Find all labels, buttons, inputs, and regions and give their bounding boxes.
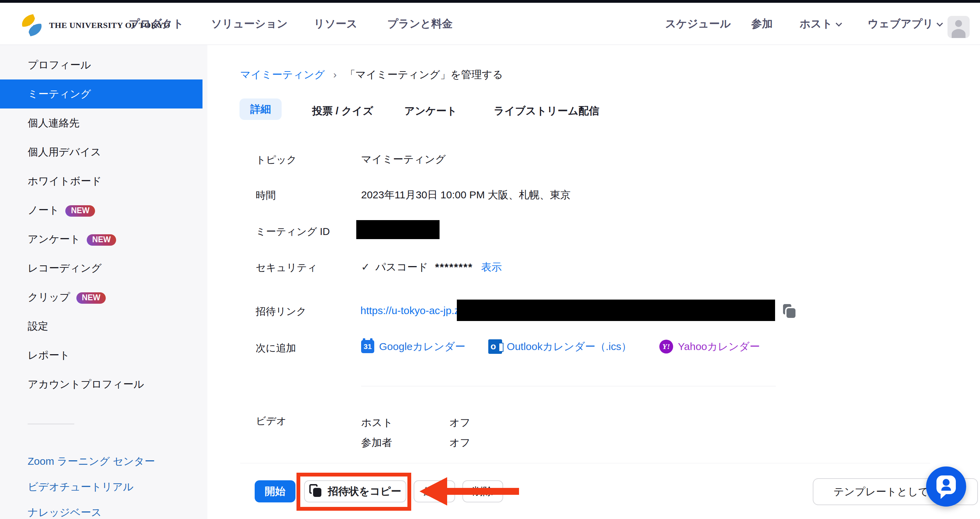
avatar-person-icon <box>955 20 962 27</box>
breadcrumb: マイミーティング › 「マイミーティング」を管理する <box>240 68 503 82</box>
new-badge: NEW <box>87 234 116 246</box>
sidebar-item-personal-contacts[interactable]: 個人連絡先 <box>0 108 202 137</box>
security-value: ✓パスコード********表示 <box>361 260 502 274</box>
nav-plans-pricing[interactable]: プランと料金 <box>387 3 453 45</box>
outlook-calendar-link[interactable]: o Outlookカレンダー（.ics） <box>488 339 632 354</box>
nav-web-app[interactable]: ウェブアプリ <box>868 3 942 45</box>
sidebar-item-recordings[interactable]: レコーディング <box>0 254 202 283</box>
nav-solutions[interactable]: ソリューション <box>211 3 288 45</box>
nav-resources[interactable]: リソース <box>314 3 357 45</box>
sidebar-item-notes[interactable]: ノートNEW <box>0 196 202 224</box>
support-chat-button[interactable] <box>926 466 966 506</box>
sidebar-item-surveys[interactable]: アンケートNEW <box>0 224 202 254</box>
passcode-label: パスコード <box>375 261 428 273</box>
sidebar-link-video-tutorials[interactable]: ビデオチュートリアル <box>28 480 134 494</box>
chevron-down-icon <box>835 21 842 27</box>
topic-label: トピック <box>256 153 297 167</box>
new-badge: NEW <box>76 292 106 304</box>
sidebar-item-account-profile[interactable]: アカウントプロフィール <box>0 370 202 399</box>
sidebar-item-meetings[interactable]: ミーティング <box>0 80 202 108</box>
security-label: セキュリティ <box>256 261 317 275</box>
footer-divider <box>240 463 930 463</box>
chevron-down-icon <box>937 21 943 27</box>
invite-link-redaction <box>457 299 775 321</box>
breadcrumb-my-meetings-link[interactable]: マイミーティング <box>240 69 325 80</box>
calendar-links-row: 31 Googleカレンダー o Outlookカレンダー（.ics） Y! Y… <box>361 339 760 355</box>
section-divider <box>361 386 776 386</box>
person-bubble-icon <box>926 466 966 506</box>
tab-live-streaming[interactable]: ライブストリーム配信 <box>494 104 599 118</box>
yahoo-calendar-link[interactable]: Y! Yahooカレンダー <box>659 340 760 354</box>
outlook-calendar-icon: o <box>488 339 502 354</box>
invite-link-label: 招待リンク <box>256 305 307 318</box>
edit-button[interactable]: 編集 <box>414 480 455 502</box>
top-navbar: THE UNIVERSITY OF TOKYO プロダクト ソリューション リソ… <box>0 3 980 45</box>
passcode-masked: ******** <box>435 261 473 273</box>
nav-products[interactable]: プロダクト <box>129 3 184 45</box>
nav-host[interactable]: ホスト <box>800 3 841 45</box>
checkmark-icon: ✓ <box>361 261 370 273</box>
video-participant-label: 参加者 <box>361 436 392 450</box>
sidebar-item-whiteboard[interactable]: ホワイトボード <box>0 167 202 196</box>
meeting-id-label: ミーティング ID <box>256 225 330 239</box>
show-passcode-link[interactable]: 表示 <box>481 261 502 273</box>
sidebar: プロフィール ミーティング 個人連絡先 個人用デバイス ホワイトボード ノートN… <box>0 45 207 519</box>
user-avatar[interactable] <box>948 16 970 38</box>
meeting-id-redaction <box>356 220 439 239</box>
sidebar-divider <box>28 423 74 424</box>
video-host-value: オフ <box>449 416 470 430</box>
video-label: ビデオ <box>256 414 286 428</box>
copy-link-icon[interactable] <box>782 304 797 320</box>
start-button[interactable]: 開始 <box>255 480 296 502</box>
topic-value: マイミーティング <box>361 152 446 167</box>
sidebar-item-settings[interactable]: 設定 <box>0 312 202 341</box>
browser-top-edge <box>0 0 980 3</box>
nav-schedule[interactable]: スケジュール <box>665 3 731 45</box>
yahoo-calendar-icon: Y! <box>659 340 673 353</box>
delete-button[interactable]: 削除 <box>462 480 503 502</box>
sidebar-item-clips[interactable]: クリップNEW <box>0 283 202 312</box>
sidebar-item-personal-devices[interactable]: 個人用デバイス <box>0 137 202 167</box>
video-host-label: ホスト <box>361 416 393 430</box>
nav-host-label: ホスト <box>800 18 832 30</box>
ginkgo-leaf-icon <box>19 13 44 37</box>
sidebar-item-reports[interactable]: レポート <box>0 341 202 370</box>
time-label: 時間 <box>256 189 276 202</box>
sidebar-link-knowledge-base[interactable]: ナレッジベース <box>28 506 102 519</box>
google-calendar-link[interactable]: 31 Googleカレンダー <box>361 340 466 354</box>
sidebar-item-profile[interactable]: プロフィール <box>0 51 202 80</box>
copy-invitation-button[interactable]: 招待状をコピー <box>304 480 406 502</box>
sidebar-list: プロフィール ミーティング 個人連絡先 個人用デバイス ホワイトボード ノートN… <box>0 51 202 399</box>
new-badge: NEW <box>65 205 95 217</box>
sidebar-link-learning-center[interactable]: Zoom ラーニング センター <box>28 454 155 468</box>
nav-join[interactable]: 参加 <box>751 3 773 45</box>
video-participant-value: オフ <box>449 436 470 450</box>
breadcrumb-current: 「マイミーティング」を管理する <box>345 69 503 80</box>
add-to-label: 次に追加 <box>256 341 296 355</box>
google-calendar-icon: 31 <box>361 340 374 353</box>
tab-polls-quizzes[interactable]: 投票 / クイズ <box>312 104 373 118</box>
time-value: 2023年11月30日 10:00 PM 大阪、札幌、東京 <box>361 188 571 202</box>
tab-details[interactable]: 詳細 <box>239 99 282 120</box>
nav-web-app-label: ウェブアプリ <box>868 18 933 30</box>
breadcrumb-separator: › <box>333 69 337 80</box>
copy-icon <box>309 484 323 498</box>
tab-survey[interactable]: アンケート <box>404 104 457 118</box>
